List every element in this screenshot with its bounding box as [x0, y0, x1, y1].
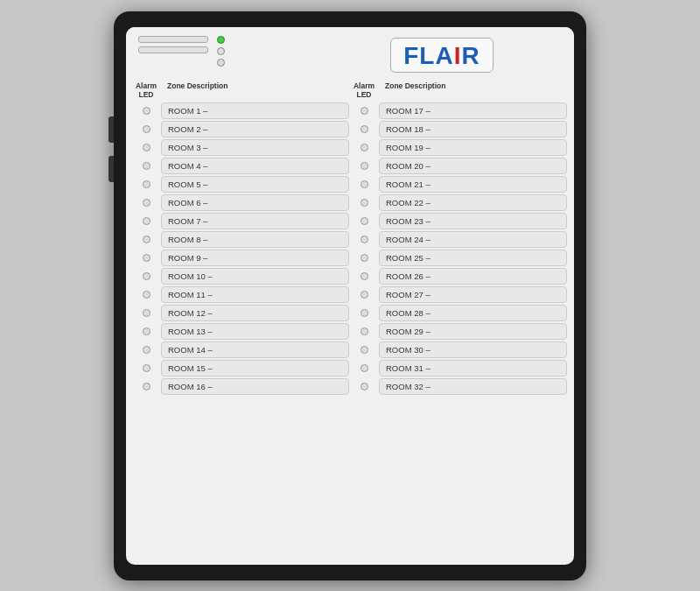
led-dot — [360, 254, 368, 262]
alarm-led-header-2: AlarmLED — [351, 81, 377, 99]
led-dot — [143, 309, 150, 317]
logo-flair: FLAIR — [403, 44, 480, 68]
led-dot — [360, 327, 368, 335]
zone-label-left-1: ROOM 1 – — [161, 102, 349, 119]
zone-label-right-5: ROOM 21 – — [379, 176, 567, 193]
led-dot — [143, 217, 150, 225]
zone-led-left-11 — [133, 286, 159, 303]
led-dot — [143, 291, 150, 299]
device-frame: FLAIR AlarmLED Zone Description AlarmLED… — [114, 11, 586, 580]
zone-led-left-6 — [133, 194, 159, 211]
header-controls — [138, 36, 208, 53]
zone-label-right-12: ROOM 28 – — [379, 305, 567, 321]
zone-led-left-4 — [133, 158, 159, 174]
zone-label-right-11: ROOM 27 – — [379, 286, 567, 303]
inner-panel: FLAIR AlarmLED Zone Description AlarmLED… — [126, 27, 574, 565]
zone-led-left-9 — [133, 250, 159, 266]
zone-label-right-8: ROOM 24 – — [379, 231, 567, 248]
zone-label-right-15: ROOM 31 – — [379, 360, 567, 376]
side-button-1[interactable] — [108, 116, 114, 143]
trouble-led — [217, 59, 225, 67]
zone-led-right-16 — [351, 378, 377, 395]
zone-label-left-14: ROOM 14 – — [161, 341, 349, 358]
zone-label-left-16: ROOM 16 – — [161, 378, 349, 395]
zone-label-left-15: ROOM 15 – — [161, 360, 349, 376]
column-headers: AlarmLED Zone Description AlarmLED Zone … — [126, 80, 574, 101]
zone-label-right-16: ROOM 32 – — [379, 378, 567, 395]
led-dot — [360, 383, 368, 390]
zone-led-right-2 — [351, 121, 377, 137]
led-dot — [360, 236, 368, 243]
zone-led-left-3 — [133, 139, 159, 156]
zone-led-right-5 — [351, 176, 377, 193]
silence-button[interactable] — [138, 36, 208, 43]
led-dot — [360, 107, 368, 115]
led-dot — [360, 162, 368, 170]
led-dot — [143, 254, 150, 262]
zone-label-left-11: ROOM 11 – — [161, 286, 349, 303]
led-dot — [143, 199, 150, 207]
led-dot — [360, 309, 368, 317]
low-battery-led — [217, 47, 225, 55]
side-button-2[interactable] — [108, 156, 114, 182]
logo-area: FLAIR — [322, 36, 562, 74]
zone-desc-header-1: Zone Description — [161, 81, 349, 99]
zone-led-right-4 — [351, 158, 377, 174]
zone-label-right-4: ROOM 20 – — [379, 158, 567, 174]
reset-button[interactable] — [138, 46, 208, 53]
low-battery-indicator — [217, 47, 313, 55]
zone-label-left-9: ROOM 9 – — [161, 250, 349, 266]
led-dot — [143, 236, 150, 243]
zone-led-right-8 — [351, 231, 377, 248]
led-dot — [143, 125, 150, 133]
zone-label-left-10: ROOM 10 – — [161, 268, 349, 285]
led-dot — [360, 346, 368, 354]
led-dot — [360, 291, 368, 299]
zone-label-right-1: ROOM 17 – — [379, 102, 567, 119]
zone-label-right-3: ROOM 19 – — [379, 139, 567, 156]
power-led — [217, 36, 225, 44]
led-dot — [360, 272, 368, 280]
zone-label-left-4: ROOM 4 – — [161, 158, 349, 174]
led-dot — [360, 199, 368, 207]
zone-desc-header-2: Zone Description — [379, 81, 567, 99]
zone-led-left-10 — [133, 268, 159, 285]
led-dot — [143, 180, 150, 188]
zone-led-right-13 — [351, 323, 377, 340]
zone-led-right-6 — [351, 194, 377, 211]
trouble-indicator — [217, 59, 313, 67]
zone-label-right-2: ROOM 18 – — [379, 121, 567, 137]
zone-label-right-14: ROOM 30 – — [379, 341, 567, 358]
power-indicator — [217, 36, 313, 44]
zone-led-left-12 — [133, 305, 159, 321]
zone-led-left-16 — [133, 378, 159, 395]
zone-label-left-2: ROOM 2 – — [161, 121, 349, 137]
zone-label-left-8: ROOM 8 – — [161, 231, 349, 248]
logo-box: FLAIR — [390, 38, 493, 73]
zone-led-left-2 — [133, 121, 159, 137]
zone-label-left-5: ROOM 5 – — [161, 176, 349, 193]
zone-led-right-15 — [351, 360, 377, 376]
zone-label-right-7: ROOM 23 – — [379, 213, 567, 229]
zone-label-left-12: ROOM 12 – — [161, 305, 349, 321]
zone-led-right-11 — [351, 286, 377, 303]
zone-led-left-13 — [133, 323, 159, 340]
zone-led-left-7 — [133, 213, 159, 229]
zone-label-left-6: ROOM 6 – — [161, 194, 349, 211]
zone-label-left-7: ROOM 7 – — [161, 213, 349, 229]
zone-list: ROOM 1 –ROOM 17 –ROOM 2 –ROOM 18 –ROOM 3… — [126, 101, 574, 565]
led-dot — [143, 272, 150, 280]
led-dot — [143, 162, 150, 170]
header: FLAIR — [126, 27, 574, 80]
zone-led-right-10 — [351, 268, 377, 285]
zone-led-left-1 — [133, 102, 159, 119]
zone-led-right-14 — [351, 341, 377, 358]
led-dot — [143, 107, 150, 115]
zone-led-left-5 — [133, 176, 159, 193]
led-dot — [360, 364, 368, 372]
led-dot — [143, 346, 150, 354]
zone-label-right-10: ROOM 26 – — [379, 268, 567, 285]
zone-label-left-13: ROOM 13 – — [161, 323, 349, 340]
led-dot — [143, 144, 150, 151]
zone-led-right-9 — [351, 250, 377, 266]
